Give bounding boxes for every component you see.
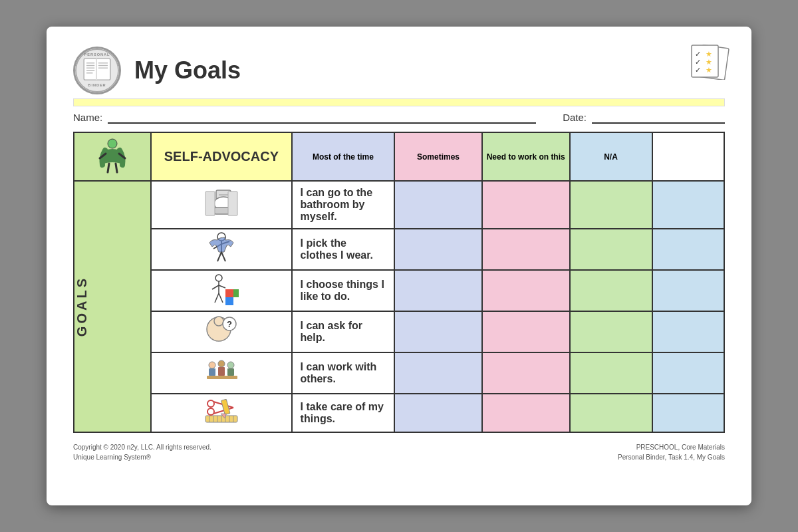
svg-line-36 [217,252,221,261]
svg-text:PERSONAL: PERSONAL [84,53,110,57]
col-work-cell[interactable] [570,352,652,394]
footer-copyright: Copyright © 2020 n2y, LLC. All rights re… [73,442,211,452]
footer-brand: Unique Learning System® [73,452,211,462]
logo: PERSONAL BINDER [73,47,121,94]
footer-right: PRESCHOOL, Core Materials Personal Binde… [618,442,725,462]
goal-text-cell: I can ask for help. [292,311,395,352]
svg-rect-51 [207,376,237,379]
yellow-bar [73,98,725,106]
goal-text-cell: I take care of my things. [292,394,395,432]
svg-text:?: ? [227,319,232,329]
name-input-line [108,110,536,124]
svg-rect-3 [96,59,97,80]
col-most-cell[interactable] [394,229,482,270]
svg-rect-29 [219,194,228,196]
table-row: I can work with others. [74,352,724,394]
table-row: I pick the clothes I wear. [74,229,724,270]
svg-text:BINDER: BINDER [88,83,106,87]
footer-product: PRESCHOOL, Core Materials [618,442,725,452]
svg-text:★: ★ [706,58,712,66]
svg-point-56 [227,362,234,368]
col-most-cell[interactable] [394,270,482,311]
goal-text-cell: I choose things I like to do. [292,270,395,311]
svg-point-66 [207,400,214,407]
col-na-cell[interactable] [652,181,725,229]
svg-rect-70 [221,399,229,414]
header-icon-cell [74,132,151,181]
col-na-cell[interactable] [652,229,725,270]
svg-text:★: ★ [706,66,712,74]
col-sometimes-cell[interactable] [482,394,570,432]
page-title: My Goals [134,57,241,84]
svg-line-41 [219,285,225,288]
svg-point-52 [209,362,215,368]
col-na-cell[interactable] [652,394,725,432]
col-sometimes-cell[interactable] [482,352,570,394]
svg-line-42 [215,293,219,303]
goal-text-cell: I can go to the bathroom by myself. [292,181,395,229]
svg-rect-44 [225,289,233,297]
col-work-cell[interactable] [570,270,652,311]
goal-icon-cell: ? [151,311,291,352]
footer: Copyright © 2020 n2y, LLC. All rights re… [73,442,725,462]
col-sometimes-cell[interactable] [482,181,570,229]
section-title-cell: SELF-ADVOCACY [151,132,291,181]
svg-text:✓: ✓ [695,58,701,66]
date-input-line [592,110,725,124]
col-na-cell[interactable] [652,270,725,311]
page: PERSONAL BINDER My Goals [47,27,751,505]
svg-line-22 [108,164,109,172]
goals-table: SELF-ADVOCACY Most of the time Sometimes… [73,132,725,433]
table-row: GOALS I can go to the bathroom by myself… [74,181,724,229]
col-header-na: N/A [570,132,652,181]
col-most-cell[interactable] [394,311,482,352]
corner-checklist-icon: ✓ ★ ✓ ★ ✓ ★ [688,43,728,80]
svg-point-54 [218,360,225,367]
table-row: I take care of my things. [74,394,724,432]
svg-point-67 [207,408,214,415]
name-date-row: Name: Date: [73,110,725,124]
date-label: Date: [563,112,587,123]
col-most-cell[interactable] [394,394,482,432]
svg-rect-55 [218,367,225,376]
footer-task: Personal Binder, Task 1.4, My Goals [618,452,725,462]
table-header-row: SELF-ADVOCACY Most of the time Sometimes… [74,132,724,181]
svg-rect-30 [205,192,215,215]
col-most-cell[interactable] [394,352,482,394]
col-na-cell[interactable] [652,352,725,394]
table-row: I choose things I like to do. [74,270,724,311]
col-most-cell[interactable] [394,181,482,229]
svg-line-43 [219,293,223,303]
col-sometimes-cell[interactable] [482,229,570,270]
goal-icon-cell [151,394,291,432]
svg-text:✓: ✓ [695,50,701,58]
svg-point-38 [215,275,222,281]
goal-text-cell: I can work with others. [292,352,395,394]
svg-line-37 [221,252,225,261]
goal-icon-cell [151,270,291,311]
table-row: ? I can ask for help. [74,311,724,352]
col-na-cell[interactable] [652,311,725,352]
goal-text-cell: I pick the clothes I wear. [292,229,395,270]
goals-rotated-label: GOALS [74,269,90,343]
goals-label-cell: GOALS [74,181,151,432]
col-work-cell[interactable] [570,229,652,270]
col-work-cell[interactable] [570,311,652,352]
goal-icon-cell [151,181,291,229]
col-work-cell[interactable] [570,181,652,229]
svg-text:★: ★ [706,50,712,58]
col-header-sometimes: Sometimes [394,132,482,181]
svg-rect-46 [233,289,239,297]
col-sometimes-cell[interactable] [482,311,570,352]
svg-point-21 [108,139,117,148]
col-sometimes-cell[interactable] [482,270,570,311]
svg-rect-45 [225,297,233,305]
goal-icon-cell [151,229,291,270]
col-header-most: Most of the time [292,132,395,181]
svg-rect-31 [228,192,237,215]
col-work-cell[interactable] [570,394,652,432]
header: PERSONAL BINDER My Goals [73,47,725,94]
svg-text:✓: ✓ [695,66,701,74]
svg-point-48 [214,317,223,326]
goal-icon-cell [151,352,291,394]
